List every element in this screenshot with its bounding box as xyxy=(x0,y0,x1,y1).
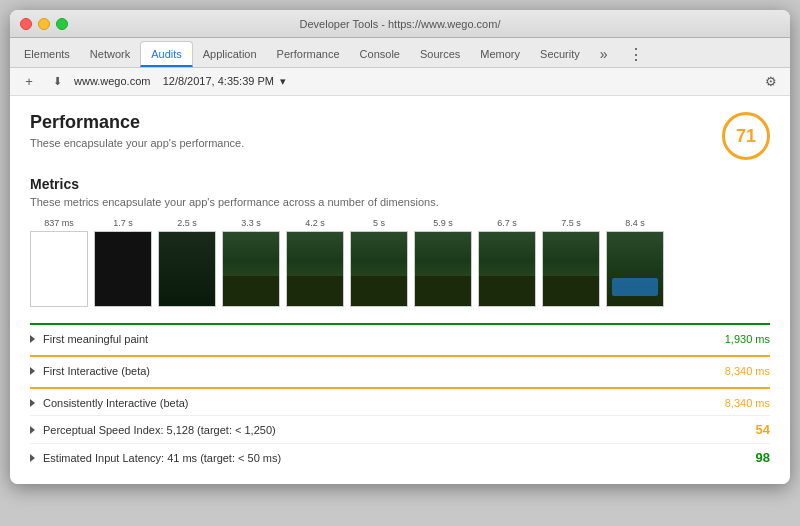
filmstrip-item-5: 5 s xyxy=(350,218,408,307)
filmstrip-frame-9 xyxy=(606,231,664,307)
tab-console[interactable]: Console xyxy=(350,41,410,67)
metrics-title: Metrics xyxy=(30,176,770,192)
window-title: Developer Tools - https://www.wego.com/ xyxy=(300,18,501,30)
metric-name-psi: Perceptual Speed Index: 5,128 (target: <… xyxy=(43,424,740,436)
filmstrip: 837 ms 1.7 s 2.5 s 3.3 s xyxy=(30,218,770,307)
metric-score-eil: 98 xyxy=(740,450,770,465)
filmstrip-item-8: 7.5 s xyxy=(542,218,600,307)
address-bar: + ⬇ www.wego.com 12/8/2017, 4:35:39 PM ▾… xyxy=(10,68,790,96)
performance-score: 71 xyxy=(736,126,756,147)
filmstrip-label-0: 837 ms xyxy=(44,218,74,228)
filmstrip-label-3: 3.3 s xyxy=(241,218,261,228)
devtools-window: Developer Tools - https://www.wego.com/ … xyxy=(10,10,790,484)
metric-row-ci: Consistently Interactive (beta) 8,340 ms xyxy=(30,387,770,415)
filmstrip-frame-8 xyxy=(542,231,600,307)
filmstrip-item-9: 8.4 s xyxy=(606,218,664,307)
filmstrip-item-4: 4.2 s xyxy=(286,218,344,307)
filmstrip-label-1: 1.7 s xyxy=(113,218,133,228)
filmstrip-frame-6 xyxy=(414,231,472,307)
performance-header: Performance These encapsulate your app's… xyxy=(30,112,770,160)
filmstrip-item-1: 1.7 s xyxy=(94,218,152,307)
metric-name-ci: Consistently Interactive (beta) xyxy=(43,397,717,409)
filmstrip-label-9: 8.4 s xyxy=(625,218,645,228)
traffic-lights xyxy=(20,18,68,30)
metric-expand-psi[interactable] xyxy=(30,426,35,434)
maximize-button[interactable] xyxy=(56,18,68,30)
filmstrip-item-7: 6.7 s xyxy=(478,218,536,307)
minimize-button[interactable] xyxy=(38,18,50,30)
title-bar: Developer Tools - https://www.wego.com/ xyxy=(10,10,790,38)
filmstrip-label-6: 5.9 s xyxy=(433,218,453,228)
metric-value-fi: 8,340 ms xyxy=(725,365,770,377)
metric-row-eil: Estimated Input Latency: 41 ms (target: … xyxy=(30,443,770,471)
filmstrip-frame-4 xyxy=(286,231,344,307)
filmstrip-item-0: 837 ms xyxy=(30,218,88,307)
tab-security[interactable]: Security xyxy=(530,41,590,67)
filmstrip-item-3: 3.3 s xyxy=(222,218,280,307)
tab-sources[interactable]: Sources xyxy=(410,41,470,67)
filmstrip-label-8: 7.5 s xyxy=(561,218,581,228)
metrics-section: Metrics These metrics encapsulate your a… xyxy=(30,176,770,471)
filmstrip-item-2: 2.5 s xyxy=(158,218,216,307)
filmstrip-label-2: 2.5 s xyxy=(177,218,197,228)
tab-memory[interactable]: Memory xyxy=(470,41,530,67)
metric-name-fmp: First meaningful paint xyxy=(43,333,717,345)
main-content: Performance These encapsulate your app's… xyxy=(10,96,790,484)
metric-expand-eil[interactable] xyxy=(30,454,35,462)
metric-row-psi: Perceptual Speed Index: 5,128 (target: <… xyxy=(30,415,770,443)
tab-audits[interactable]: Audits xyxy=(140,41,193,67)
settings-icon[interactable]: ⚙ xyxy=(760,71,782,93)
filmstrip-frame-2 xyxy=(158,231,216,307)
download-button[interactable]: ⬇ xyxy=(46,71,68,93)
metrics-subtitle: These metrics encapsulate your app's per… xyxy=(30,196,770,208)
performance-score-circle: 71 xyxy=(722,112,770,160)
tab-menu[interactable]: ⋮ xyxy=(618,41,654,67)
metric-score-psi: 54 xyxy=(740,422,770,437)
filmstrip-frame-1 xyxy=(94,231,152,307)
tab-elements[interactable]: Elements xyxy=(14,41,80,67)
url-display: www.wego.com 12/8/2017, 4:35:39 PM ▾ xyxy=(74,75,754,88)
filmstrip-frame-7 xyxy=(478,231,536,307)
tab-application[interactable]: Application xyxy=(193,41,267,67)
filmstrip-label-7: 6.7 s xyxy=(497,218,517,228)
tab-more[interactable]: » xyxy=(590,41,618,67)
filmstrip-label-4: 4.2 s xyxy=(305,218,325,228)
filmstrip-label-5: 5 s xyxy=(373,218,385,228)
performance-title: Performance xyxy=(30,112,244,133)
filmstrip-frame-5 xyxy=(350,231,408,307)
filmstrip-frame-3 xyxy=(222,231,280,307)
close-button[interactable] xyxy=(20,18,32,30)
filmstrip-item-6: 5.9 s xyxy=(414,218,472,307)
performance-info: Performance These encapsulate your app's… xyxy=(30,112,244,149)
tab-network[interactable]: Network xyxy=(80,41,140,67)
tab-performance[interactable]: Performance xyxy=(267,41,350,67)
metric-row-fmp: First meaningful paint 1,930 ms xyxy=(30,323,770,351)
metric-name-eil: Estimated Input Latency: 41 ms (target: … xyxy=(43,452,740,464)
metric-row-fi: First Interactive (beta) 8,340 ms xyxy=(30,355,770,383)
metric-value-fmp: 1,930 ms xyxy=(725,333,770,345)
metric-expand-fi[interactable] xyxy=(30,367,35,375)
metric-expand-ci[interactable] xyxy=(30,399,35,407)
metric-name-fi: First Interactive (beta) xyxy=(43,365,717,377)
devtools-tabs: Elements Network Audits Application Perf… xyxy=(10,38,790,68)
add-panel-button[interactable]: + xyxy=(18,71,40,93)
metric-expand-fmp[interactable] xyxy=(30,335,35,343)
metric-value-ci: 8,340 ms xyxy=(725,397,770,409)
performance-subtitle: These encapsulate your app's performance… xyxy=(30,137,244,149)
filmstrip-frame-0 xyxy=(30,231,88,307)
